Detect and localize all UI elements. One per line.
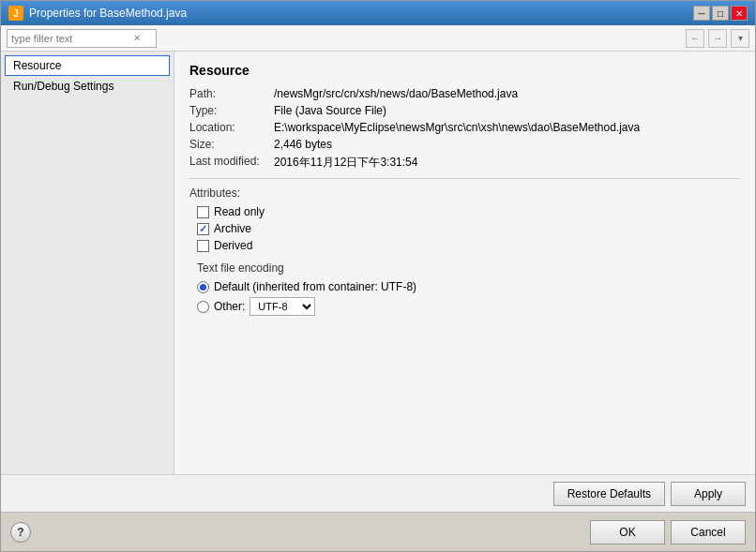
derived-checkbox[interactable] [197, 240, 209, 252]
filter-input[interactable] [11, 33, 133, 44]
help-button[interactable]: ? [10, 522, 31, 543]
close-button[interactable]: ✕ [731, 6, 748, 21]
location-row: Location: E:\workspace\MyEclipse\newsMgr… [189, 121, 740, 134]
type-row: Type: File (Java Source File) [189, 104, 740, 117]
location-value: E:\workspace\MyEclipse\newsMgr\src\cn\xs… [274, 121, 640, 134]
properties-window: J Properties for BaseMethod.java ─ □ ✕ ✕… [0, 0, 756, 552]
nav-forward-button[interactable]: → [708, 29, 727, 48]
panel-title: Resource [189, 63, 740, 78]
cancel-button[interactable]: Cancel [671, 520, 746, 545]
divider [189, 178, 740, 179]
title-bar: J Properties for BaseMethod.java ─ □ ✕ [1, 1, 755, 25]
title-bar-left: J Properties for BaseMethod.java [8, 6, 187, 21]
type-label: Type: [189, 104, 274, 117]
title-buttons: ─ □ ✕ [693, 6, 748, 21]
modified-row: Last modified: 2016年11月12日下午3:31:54 [189, 155, 740, 171]
path-label: Path: [189, 87, 274, 100]
footer-bar: ? OK Cancel [1, 512, 755, 551]
encoding-label: Text file encoding [197, 261, 740, 275]
read-only-row: Read only [197, 205, 740, 218]
nav-dropdown-button[interactable]: ▾ [731, 29, 749, 48]
size-value: 2,446 bytes [274, 138, 332, 151]
toolbar-nav: ← → ▾ [686, 29, 749, 48]
footer-left: ? [10, 522, 31, 543]
maximize-button[interactable]: □ [712, 6, 729, 21]
encoding-select[interactable]: UTF-8 [249, 297, 315, 316]
archive-checkbox[interactable]: ✓ [197, 223, 209, 235]
other-encoding-radio[interactable] [197, 301, 209, 313]
minimize-button[interactable]: ─ [693, 6, 710, 21]
footer-right: OK Cancel [590, 520, 746, 545]
default-encoding-radio[interactable] [197, 281, 209, 293]
modified-label: Last modified: [189, 155, 274, 171]
default-encoding-row: Default (inherited from container: UTF-8… [197, 280, 740, 293]
archive-check-mark: ✓ [199, 223, 207, 235]
other-encoding-label: Other: [214, 300, 245, 313]
derived-label: Derived [214, 239, 252, 252]
sidebar: Resource Run/Debug Settings [1, 52, 174, 474]
main-content: Resource Run/Debug Settings Resource Pat… [1, 52, 755, 474]
bottom-action-bar: Restore Defaults Apply [1, 474, 755, 512]
toolbar: ✕ ← → ▾ [1, 25, 755, 52]
derived-row: Derived [197, 239, 740, 252]
size-label: Size: [189, 138, 274, 151]
modified-value: 2016年11月12日下午3:31:54 [274, 155, 417, 171]
other-encoding-row: Other: UTF-8 [197, 297, 740, 316]
window-title: Properties for BaseMethod.java [29, 7, 187, 20]
sidebar-item-run-debug[interactable]: Run/Debug Settings [5, 76, 170, 97]
content-panel: Resource Path: /newsMgr/src/cn/xsh/news/… [174, 52, 755, 474]
nav-back-button[interactable]: ← [686, 29, 704, 48]
archive-row: ✓ Archive [197, 222, 740, 235]
sidebar-item-resource[interactable]: Resource [5, 55, 170, 76]
read-only-checkbox[interactable] [197, 206, 209, 218]
read-only-label: Read only [214, 205, 265, 218]
default-encoding-label: Default (inherited from container: UTF-8… [214, 280, 416, 293]
search-box: ✕ [7, 29, 157, 48]
path-value: /newsMgr/src/cn/xsh/news/dao/BaseMethod.… [274, 87, 518, 100]
encoding-section: Text file encoding Default (inherited fr… [197, 261, 740, 316]
window-icon: J [8, 6, 23, 21]
attributes-label: Attributes: [189, 186, 740, 200]
ok-button[interactable]: OK [590, 520, 665, 545]
search-clear-icon[interactable]: ✕ [133, 33, 141, 43]
type-value: File (Java Source File) [274, 104, 386, 117]
path-row: Path: /newsMgr/src/cn/xsh/news/dao/BaseM… [189, 87, 740, 100]
archive-label: Archive [214, 222, 251, 235]
size-row: Size: 2,446 bytes [189, 138, 740, 151]
location-label: Location: [189, 121, 274, 134]
restore-defaults-button[interactable]: Restore Defaults [553, 482, 665, 506]
apply-button[interactable]: Apply [671, 482, 746, 506]
